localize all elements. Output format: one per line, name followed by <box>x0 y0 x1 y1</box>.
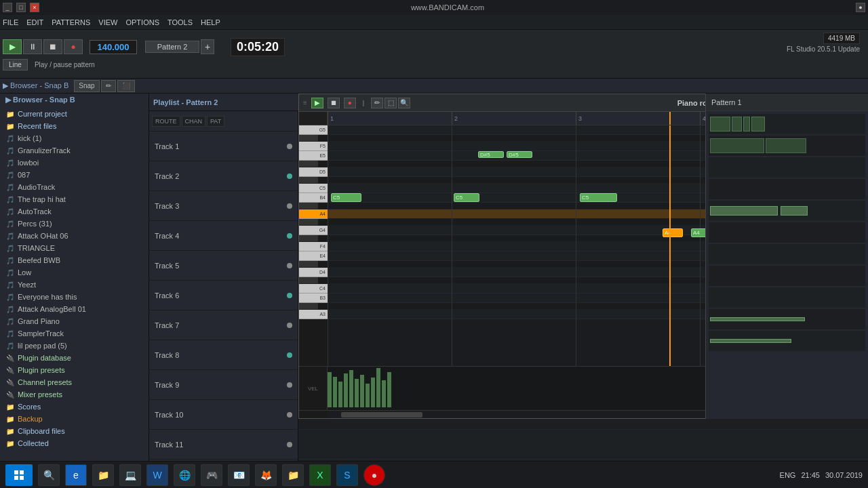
key-c5[interactable]: C5 <box>299 184 328 193</box>
note-ds5-1[interactable]: D#5 <box>478 151 504 158</box>
note-a4-1[interactable]: A4 <box>663 228 683 237</box>
sidebar-item-autotrack[interactable]: 🎵 AutoTrack <box>0 205 149 218</box>
menu-edit[interactable]: EDIT <box>26 18 43 26</box>
note-c5-3[interactable]: C5 <box>580 193 617 202</box>
sidebar-item-channel-presets[interactable]: 🔌 Channel presets <box>0 376 149 388</box>
edge-btn[interactable]: e <box>65 464 87 486</box>
sidebar-item-everyone[interactable]: 🎵 Everyone has this <box>0 291 149 303</box>
sidebar-item-recent-files[interactable]: 📁 Recent files <box>0 120 149 132</box>
key-b3[interactable]: B3 <box>299 293 328 303</box>
sidebar-item-mixer-presets[interactable]: 🔌 Mixer presets <box>0 388 149 401</box>
search-taskbar[interactable]: 🔍 <box>38 464 60 486</box>
sidebar-item-attack-analog[interactable]: 🎵 Attack AnalogBell 01 <box>0 303 149 315</box>
piano-roll-drag-handle[interactable]: ≡ <box>303 99 307 106</box>
chrome-btn[interactable]: 🌐 <box>174 464 195 486</box>
note-ds5-2[interactable]: D#5 <box>507 151 532 158</box>
sidebar-item-percs[interactable]: 🎵 Percs (31) <box>0 218 149 230</box>
note-c5-2[interactable]: C5 <box>454 193 479 202</box>
game-btn[interactable]: 🎮 <box>201 464 222 486</box>
sidebar-item-lil-peep[interactable]: 🎵 lil peep pad (5) <box>0 340 149 352</box>
excel-btn[interactable]: X <box>309 464 331 486</box>
sidebar-item-backup[interactable]: 📁 Backup <box>0 413 149 425</box>
key-g4[interactable]: G4 <box>299 226 328 235</box>
sidebar-item-kick[interactable]: 🎵 kick (1) <box>0 132 149 144</box>
sidebar-item-lowboi[interactable]: 🎵 lowboi <box>0 157 149 169</box>
menu-help[interactable]: HELP <box>201 18 220 26</box>
track-row-11[interactable] <box>298 430 868 460</box>
key-as4[interactable] <box>299 203 318 209</box>
record-app-btn[interactable]: ● <box>363 464 385 486</box>
sidebar-item-collected[interactable]: 📁 Collected <box>0 437 149 449</box>
sidebar-item-plugin-presets[interactable]: 🔌 Plugin presets <box>0 364 149 376</box>
key-f4[interactable]: F4 <box>299 242 328 251</box>
explorer-btn[interactable]: 📁 <box>92 464 114 486</box>
pat-btn[interactable]: PAT <box>207 116 224 127</box>
sidebar-item-087[interactable]: 🎵 087 <box>0 169 149 181</box>
key-e4[interactable]: E4 <box>299 251 328 261</box>
pattern-display[interactable]: Pattern 2 <box>145 41 199 53</box>
record-btn[interactable]: ● <box>64 39 83 54</box>
key-b4[interactable]: B4 <box>299 193 328 203</box>
sec-btn-select[interactable]: ⬛ <box>117 80 135 92</box>
win-maximize[interactable]: □ <box>16 3 26 12</box>
record-btn[interactable]: ● <box>856 3 865 12</box>
control-panel-btn[interactable]: 💻 <box>119 464 141 486</box>
route-btn[interactable]: ROUTE <box>152 116 180 127</box>
key-a3[interactable]: A3 <box>299 310 328 319</box>
chan-btn[interactable]: CHAN <box>182 116 206 127</box>
key-g5[interactable]: G5 <box>299 125 328 135</box>
piano-roll-play-btn[interactable]: ▶ <box>311 98 323 108</box>
pause-btn[interactable]: ⏸ <box>23 39 42 54</box>
lang-indicator[interactable]: ENG <box>780 471 796 479</box>
start-btn[interactable] <box>5 464 33 486</box>
key-ds4[interactable] <box>299 261 318 268</box>
key-e5[interactable]: E5 <box>299 151 328 161</box>
files-btn[interactable]: 📁 <box>282 464 304 486</box>
sidebar-item-scores[interactable]: 📁 Scores <box>0 401 149 413</box>
key-c4[interactable]: C4 <box>299 284 328 293</box>
key-d5[interactable]: D5 <box>299 167 328 177</box>
play-btn[interactable]: ▶ <box>3 39 22 54</box>
word-btn[interactable]: W <box>146 464 168 486</box>
sidebar-item-grand-piano[interactable]: 🎵 Grand Piano <box>0 315 149 327</box>
win-minimize[interactable]: _ <box>3 3 12 12</box>
sidebar-item-beefed[interactable]: 🎵 Beefed BWB <box>0 254 149 266</box>
key-fs4[interactable] <box>299 235 318 242</box>
piano-roll-record-btn[interactable]: ● <box>344 98 356 108</box>
key-gs4[interactable] <box>299 219 318 226</box>
bpm-display[interactable]: 140.000 <box>90 40 137 54</box>
sidebar-item-current-project[interactable]: 📁 Current project <box>0 108 149 120</box>
key-ds5[interactable] <box>299 161 318 167</box>
sidebar-item-trap-hat[interactable]: 🎵 The trap hi hat <box>0 193 149 205</box>
sidebar-item-triangle[interactable]: 🎵 TRIANGLE <box>0 242 149 254</box>
sidebar-item-plugin-db[interactable]: 🔌 Plugin database <box>0 352 149 364</box>
menu-view[interactable]: VIEW <box>98 18 117 26</box>
stop-btn[interactable]: ⏹ <box>43 39 62 54</box>
zoom-btn[interactable]: 🔍 <box>398 98 410 108</box>
sidebar-item-yeezt[interactable]: 🎵 Yeezt <box>0 279 149 291</box>
sidebar-item-low[interactable]: 🎵 Low <box>0 266 149 279</box>
piano-roll-stop-btn[interactable]: ⏹ <box>328 98 340 108</box>
win-close[interactable]: × <box>30 3 39 12</box>
draw-tool-btn[interactable]: ✏ <box>371 98 383 108</box>
key-f5[interactable]: F5 <box>299 142 328 151</box>
menu-file[interactable]: FILE <box>3 18 18 26</box>
sidebar-item-attack-ohat[interactable]: 🎵 Attack OHat 06 <box>0 230 149 242</box>
sec-btn-snap[interactable]: Snap <box>74 80 99 92</box>
key-a4[interactable]: A4 <box>299 209 328 219</box>
line-mode-btn[interactable]: Line <box>3 59 28 70</box>
key-as3[interactable] <box>299 303 318 310</box>
select-tool-btn[interactable]: ⬚ <box>384 98 397 108</box>
menu-tools[interactable]: TOOLS <box>167 18 193 26</box>
key-cs5[interactable] <box>299 177 318 184</box>
note-c5-1[interactable]: C5 <box>331 193 361 202</box>
key-cs4[interactable] <box>299 277 318 284</box>
browser-header[interactable]: ▶ Browser - Snap B <box>0 94 149 106</box>
menu-patterns[interactable]: PATTERNS <box>52 18 90 26</box>
sidebar-item-clipboard[interactable]: 📁 Clipboard files <box>0 425 149 437</box>
menu-options[interactable]: OPTIONS <box>125 18 159 26</box>
sidebar-item-sampler[interactable]: 🎵 SamplerTrack <box>0 327 149 340</box>
sidebar-item-audiotrack[interactable]: 🎵 AudioTrack <box>0 181 149 193</box>
firefox-btn[interactable]: 🦊 <box>255 464 277 486</box>
mail-btn[interactable]: 📧 <box>228 464 250 486</box>
